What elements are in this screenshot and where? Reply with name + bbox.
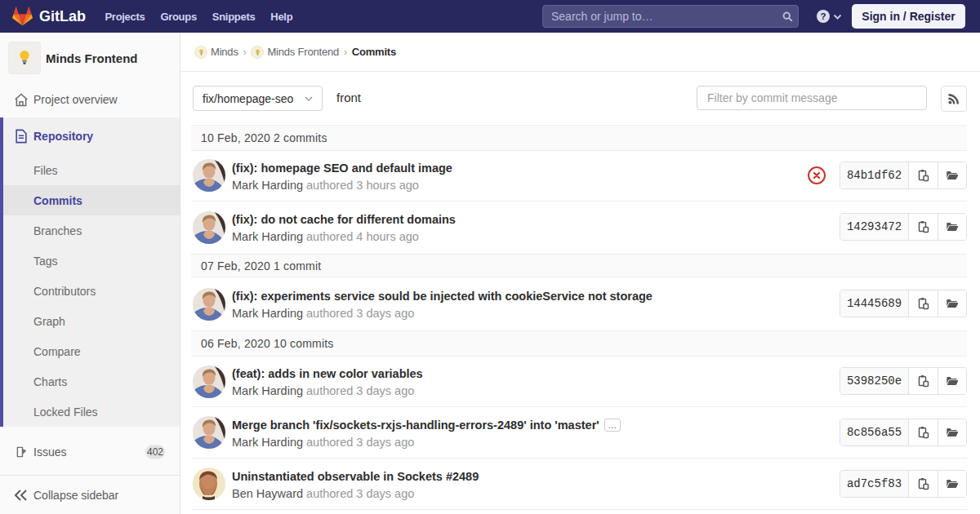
svg-text:?: ?: [820, 11, 826, 21]
